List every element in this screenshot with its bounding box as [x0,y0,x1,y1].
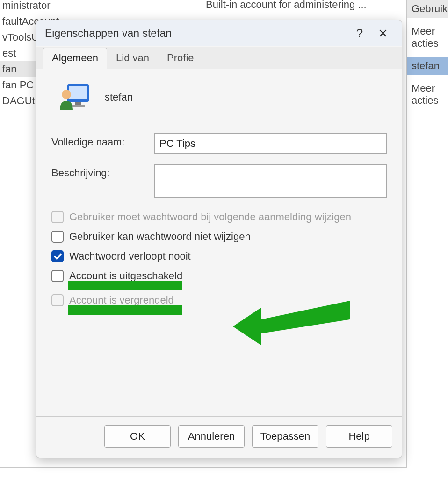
annotation-highlight [68,305,182,315]
tab-profile[interactable]: Profiel [158,48,205,69]
cancel-button[interactable]: Annuleren [178,425,245,448]
svg-rect-3 [71,105,85,107]
dialog-content: stefan Volledige naam: Beschrijving: Geb… [36,69,402,416]
user-name-label: stefan [105,91,133,103]
ok-button[interactable]: OK [104,425,171,448]
checkbox-label: Gebruiker kan wachtwoord niet wijzigen [69,231,251,243]
checkbox-label: Gebruiker moet wachtwoord bij volgende a… [69,211,351,223]
close-icon [379,29,387,37]
check-must-change-pw: Gebruiker moet wachtwoord bij volgende a… [51,211,387,223]
right-panel-action[interactable]: Meer acties [407,80,448,109]
full-name-input[interactable] [154,133,387,154]
checkbox[interactable] [51,231,64,243]
check-account-disabled[interactable]: Account is uitgeschakeld [51,270,387,282]
bg-user-item[interactable]: ministrator [0,0,79,14]
bg-user-description: Built-in account for administering ... [206,0,367,11]
description-label: Beschrijving: [51,164,154,179]
svg-marker-5 [233,301,350,345]
tab-general[interactable]: Algemeen [43,48,107,69]
separator [51,121,387,121]
user-properties-dialog: Eigenschappen van stefan ? Algemeen Lid … [36,20,402,458]
svg-point-4 [62,90,71,99]
close-button[interactable] [373,24,393,43]
tab-member-of[interactable]: Lid van [107,48,158,69]
user-header: stefan [57,80,387,114]
user-account-icon [57,80,91,114]
apply-button[interactable]: Toepassen [252,425,318,448]
checkbox [51,211,64,223]
help-button[interactable]: ? [349,24,370,43]
svg-rect-2 [75,102,81,105]
checkbox-checked[interactable] [51,250,64,262]
checkbox-label: Account is uitgeschakeld [69,270,182,282]
checkbox[interactable] [51,270,64,282]
help-button[interactable]: Help [326,425,392,448]
checkbox-label: Account is vergrendeld [69,294,174,306]
right-panel-header: Gebruikers [407,0,448,18]
dialog-title: Eigenschappen van stefan [45,27,347,40]
dialog-tabs: Algemeen Lid van Profiel [36,47,402,69]
full-name-label: Volledige naam: [51,133,154,148]
checkbox [51,294,64,306]
background-bottom-border [0,467,406,468]
right-panel-action[interactable]: Meer acties [407,22,448,52]
dialog-titlebar: Eigenschappen van stefan ? [36,20,402,46]
svg-rect-1 [69,86,87,99]
right-panel-selected-user[interactable]: stefan [407,57,448,75]
dialog-button-bar: OK Annuleren Toepassen Help [36,416,402,458]
description-row: Beschrijving: [51,164,387,201]
check-account-locked: Account is vergrendeld [51,294,387,306]
annotation-highlight [68,281,182,290]
check-pw-never-expires[interactable]: Wachtwoord verloopt nooit [51,250,387,262]
full-name-row: Volledige naam: [51,133,387,154]
checkbox-group: Gebruiker moet wachtwoord bij volgende a… [51,211,387,306]
right-actions-panel: Gebruikers Meer acties stefan Meer actie… [406,0,448,468]
description-input[interactable] [154,164,387,198]
checkbox-label: Wachtwoord verloopt nooit [69,250,191,262]
check-cannot-change-pw[interactable]: Gebruiker kan wachtwoord niet wijzigen [51,231,387,243]
